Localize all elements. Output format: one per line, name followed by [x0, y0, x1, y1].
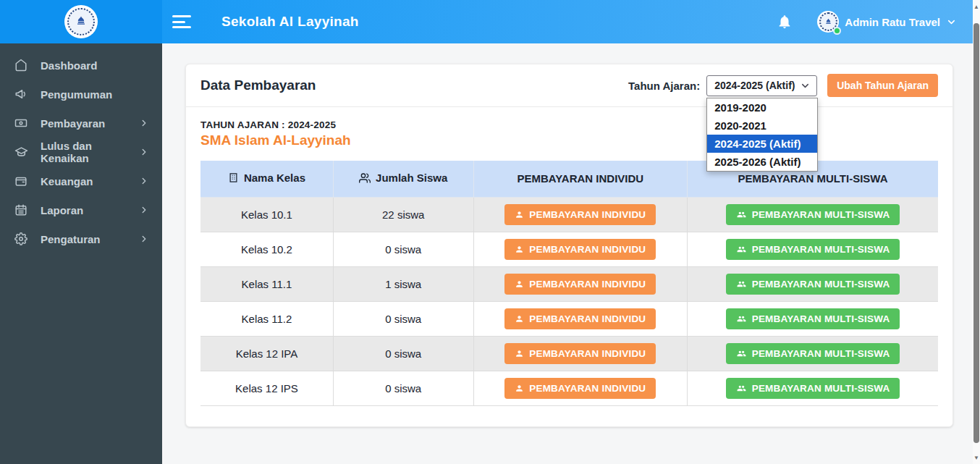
- scrollbar-up-arrow[interactable]: ▲: [973, 1, 980, 12]
- brand-logo-area: [0, 0, 162, 43]
- pembayaran-individu-button[interactable]: PEMBAYARAN INDIVIDU: [504, 378, 656, 399]
- chevron-right-icon: [139, 205, 149, 215]
- home-icon: [14, 59, 28, 72]
- cell-pembayaran-individu: PEMBAYARAN INDIVIDU: [473, 232, 688, 266]
- col-header-nama-kelas: Nama Kelas: [200, 161, 333, 197]
- sidebar-item-label: Pengumuman: [41, 88, 112, 101]
- pembayaran-multi-siswa-button[interactable]: PEMBAYARAN MULTI-SISWA: [726, 204, 900, 225]
- pembayaran-individu-button[interactable]: PEMBAYARAN INDIVIDU: [504, 343, 656, 364]
- users-group-icon: [736, 210, 747, 219]
- school-logo-ring: [67, 8, 96, 36]
- megaphone-icon: [14, 88, 28, 101]
- user-icon: [515, 314, 524, 324]
- scrollbar-down-arrow[interactable]: ▼: [973, 452, 980, 463]
- gear-icon: [14, 232, 28, 246]
- sidebar-item-keuangan[interactable]: Keuangan: [0, 166, 162, 195]
- tahun-ajaran-select[interactable]: 2024-2025 (Aktif): [706, 75, 817, 96]
- calendar-icon: [14, 203, 28, 217]
- sidebar-item-laporan[interactable]: Laporan: [0, 195, 162, 224]
- school-name-heading: SMA Islam Al-Layyinah: [200, 132, 938, 148]
- user-menu[interactable]: Admin Ratu Travel: [817, 11, 957, 33]
- pembayaran-individu-button[interactable]: PEMBAYARAN INDIVIDU: [504, 308, 656, 329]
- cell-jumlah-siswa: 0 siswa: [333, 371, 473, 405]
- wallet-icon: [14, 174, 28, 188]
- chevron-down-icon: [800, 80, 811, 91]
- notification-bell-icon[interactable]: [777, 14, 793, 30]
- cell-pembayaran-multi: PEMBAYARAN MULTI-SISWA: [688, 336, 938, 371]
- cell-nama-kelas: Kelas 12 IPA: [200, 336, 333, 371]
- sidebar-item-lulus-dan-kenaikan[interactable]: Lulus dan Kenaikan: [0, 138, 162, 166]
- col-header-jumlah-siswa: Jumlah Siswa: [333, 161, 473, 197]
- pembayaran-multi-siswa-button[interactable]: PEMBAYARAN MULTI-SISWA: [726, 239, 900, 260]
- sidebar-item-label: Keuangan: [41, 175, 93, 187]
- cell-nama-kelas: Kelas 11.1: [200, 266, 333, 301]
- page-title: Data Pembayaran: [200, 77, 316, 93]
- main-content: Data Pembayaran Tahun Ajaran: 2024-2025 …: [162, 43, 973, 464]
- cell-jumlah-siswa: 22 siswa: [333, 197, 473, 232]
- mosque-emblem-icon: [74, 14, 88, 29]
- graduation-cap-icon: [14, 145, 28, 159]
- pembayaran-individu-button[interactable]: PEMBAYARAN INDIVIDU: [504, 204, 656, 225]
- chevron-right-icon: [139, 234, 149, 244]
- pembayaran-multi-siswa-button[interactable]: PEMBAYARAN MULTI-SISWA: [726, 308, 900, 329]
- cell-pembayaran-individu: PEMBAYARAN INDIVIDU: [473, 336, 688, 371]
- users-group-icon: [736, 349, 747, 358]
- sidebar-item-pengumuman[interactable]: Pengumuman: [0, 80, 162, 109]
- table-header-row: Nama Kelas Jumlah Siswa PEMBAYARAN INDIV…: [200, 161, 938, 197]
- user-icon: [515, 210, 524, 219]
- header-main: Sekolah Al Layyinah: [162, 0, 973, 43]
- cell-pembayaran-multi: PEMBAYARAN MULTI-SISWA: [688, 371, 938, 405]
- users-group-icon: [736, 245, 747, 254]
- cell-jumlah-siswa: 0 siswa: [333, 232, 473, 266]
- table-row: Kelas 10.1 22 siswa PEMBAYARAN INDIVIDU: [200, 197, 938, 232]
- avatar: [817, 11, 839, 33]
- cell-nama-kelas: Kelas 12 IPS: [200, 371, 333, 405]
- online-status-dot: [833, 27, 841, 35]
- cell-pembayaran-individu: PEMBAYARAN INDIVIDU: [473, 266, 688, 301]
- pembayaran-multi-siswa-button[interactable]: PEMBAYARAN MULTI-SISWA: [726, 343, 900, 364]
- sidebar-item-dashboard[interactable]: Dashboard: [0, 51, 162, 80]
- cell-jumlah-siswa: 0 siswa: [333, 336, 473, 371]
- pembayaran-multi-siswa-button[interactable]: PEMBAYARAN MULTI-SISWA: [726, 378, 900, 399]
- user-icon: [515, 279, 524, 289]
- col-header-pembayaran-individu: PEMBAYARAN INDIVIDU: [473, 161, 688, 197]
- users-group-icon: [736, 314, 747, 324]
- dropdown-option[interactable]: 2020-2021: [707, 117, 817, 135]
- users-group-icon: [736, 384, 747, 393]
- pembayaran-individu-button[interactable]: PEMBAYARAN INDIVIDU: [504, 239, 656, 260]
- cell-pembayaran-multi: PEMBAYARAN MULTI-SISWA: [688, 197, 938, 232]
- user-name: Admin Ratu Travel: [845, 16, 940, 28]
- scrollbar-thumb[interactable]: [973, 23, 979, 443]
- sidebar-item-label: Pengaturan: [41, 233, 101, 245]
- cell-pembayaran-multi: PEMBAYARAN MULTI-SISWA: [688, 266, 938, 301]
- hamburger-menu-icon[interactable]: [172, 15, 191, 28]
- sidebar-item-pembayaran[interactable]: Pembayaran: [0, 109, 162, 138]
- user-icon: [515, 349, 524, 358]
- banknote-icon: [14, 117, 28, 130]
- year-heading: TAHUN AJARAN : 2024-2025: [200, 119, 938, 130]
- table-body: Kelas 10.1 22 siswa PEMBAYARAN INDIVIDU: [200, 197, 938, 405]
- card-header: Data Pembayaran Tahun Ajaran: 2024-2025 …: [186, 64, 952, 107]
- pembayaran-individu-button[interactable]: PEMBAYARAN INDIVIDU: [504, 274, 656, 295]
- dropdown-option[interactable]: 2019-2020: [707, 98, 817, 117]
- pembayaran-multi-siswa-button[interactable]: PEMBAYARAN MULTI-SISWA: [726, 274, 900, 295]
- table-row: Kelas 11.2 0 siswa PEMBAYARAN INDIVIDU: [200, 301, 938, 336]
- school-logo: [64, 5, 98, 38]
- cell-pembayaran-individu: PEMBAYARAN INDIVIDU: [473, 301, 688, 336]
- chevron-right-icon: [139, 118, 149, 128]
- ubah-tahun-ajaran-button[interactable]: Ubah Tahun Ajaran: [827, 74, 938, 97]
- building-icon: [228, 172, 239, 183]
- sidebar-item-pengaturan[interactable]: Pengaturan: [0, 224, 162, 253]
- cell-nama-kelas: Kelas 10.2: [200, 232, 333, 266]
- cell-pembayaran-individu: PEMBAYARAN INDIVIDU: [473, 197, 688, 232]
- dropdown-option[interactable]: 2024-2025 (Aktif): [707, 135, 817, 153]
- vertical-scrollbar: ▲ ▼: [973, 0, 980, 464]
- table-row: Kelas 10.2 0 siswa PEMBAYARAN INDIVIDU: [200, 232, 938, 266]
- users-group-icon: [736, 279, 747, 289]
- cell-jumlah-siswa: 0 siswa: [333, 301, 473, 336]
- cell-nama-kelas: Kelas 10.1: [200, 197, 333, 232]
- table-row: Kelas 11.1 1 siswa PEMBAYARAN INDIVIDU: [200, 266, 938, 301]
- app-header: Sekolah Al Layyinah: [0, 0, 973, 43]
- card-body: TAHUN AJARAN : 2024-2025 SMA Islam Al-La…: [186, 107, 952, 406]
- dropdown-option[interactable]: 2025-2026 (Aktif): [707, 153, 817, 171]
